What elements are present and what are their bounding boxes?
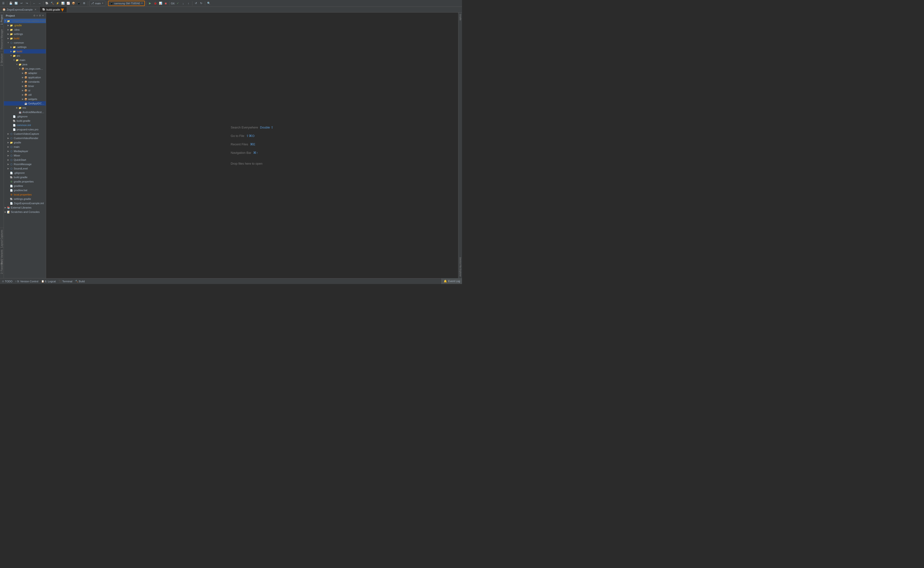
- tree-item-widgets[interactable]: ▶ 📦 widgets: [4, 97, 46, 101]
- tree-item-im-zego-common[interactable]: ▼ 📦 im.zego.common: [4, 66, 46, 71]
- toolbar-redo2[interactable]: ↻: [199, 1, 204, 6]
- side-label-favorites[interactable]: 2: Favorites: [0, 259, 4, 276]
- tree-item-zegoexpressexample-iml[interactable]: ▶ 📄 ZegoExpressExample.iml: [4, 201, 46, 205]
- logcat-icon: 📋: [41, 280, 44, 282]
- toolbar-sync[interactable]: 🔄: [14, 1, 18, 6]
- sidebar-content[interactable]: ▼ 📁 ZegoExpressExample ~/ZegoProject/zeg…: [4, 19, 46, 278]
- tree-item-build-root[interactable]: ▶ 📁 build: [4, 36, 46, 41]
- toolbar-gradle-sync[interactable]: 🐘: [45, 1, 50, 6]
- tree-item-scratches-consoles[interactable]: ▶ 📝 Scratches and Consoles: [4, 210, 46, 214]
- tab-close-buildgradle[interactable]: ✕: [61, 8, 64, 11]
- tree-item-main[interactable]: ▼ 📁 main: [4, 58, 46, 62]
- tree-item-soundlevel[interactable]: ▶ ⬡ SoundLevel: [4, 166, 46, 171]
- tree-item-common-settings[interactable]: ▶ 📁 .settings: [4, 45, 46, 49]
- git-update[interactable]: ↓: [181, 1, 186, 6]
- toolbar-apk[interactable]: 📦: [71, 1, 76, 6]
- tree-item-settings[interactable]: ▶ 📁 settings: [4, 32, 46, 36]
- tree-item-customvideorender[interactable]: ▶ ⬡ CustomVideoRender: [4, 136, 46, 140]
- branch-dropdown[interactable]: ⎇ main ▼: [89, 1, 106, 6]
- sidebar-gear-icon[interactable]: ⚙: [39, 14, 41, 17]
- toolbar-make[interactable]: 🔨: [50, 1, 55, 6]
- sidebar-settings-icon[interactable]: ⚙: [33, 14, 35, 17]
- tree-item-common[interactable]: ▼ ⬡ common: [4, 41, 46, 45]
- tree-arrow-idea: ▶: [7, 29, 10, 31]
- tree-item-build-gradle-common[interactable]: ▶ 🐘 build.gradle: [4, 119, 46, 123]
- tree-item-gradle-mod[interactable]: ▶ 📁 gradle: [4, 140, 46, 145]
- tree-item-timer[interactable]: ▶ 📦 timer: [4, 84, 46, 88]
- toolbar-forward[interactable]: →: [37, 1, 42, 6]
- tree-item-quickstart[interactable]: ▶ ⬡ QuickStart: [4, 158, 46, 162]
- toolbar-sdk[interactable]: ⚙: [82, 1, 86, 6]
- git-push[interactable]: ↑: [186, 1, 191, 6]
- tree-item-ui[interactable]: ▶ 📦 ui: [4, 88, 46, 92]
- tree-item-customvideocapture[interactable]: ▶ ⬡ CustomVideoCapture: [4, 131, 46, 136]
- side-label-resource-manager[interactable]: Resource Manager: [0, 27, 4, 51]
- toolbar-run[interactable]: ▶: [148, 1, 152, 6]
- tree-item-idea[interactable]: ▶ 📁 .idea: [4, 27, 46, 32]
- bottom-todo[interactable]: ⚠ TODO: [2, 280, 12, 283]
- tree-arrow-external-libraries: ▶: [4, 206, 7, 209]
- build-icon: 🔨: [75, 280, 78, 282]
- tree-item-local-properties[interactable]: ▶ ⚙ local.properties: [4, 192, 46, 197]
- tab-zegoexpressexample[interactable]: 🏠 ZegoExpressExample ✕: [0, 7, 40, 12]
- tree-item-gradlew-bat[interactable]: ▶ 📄 gradlew.bat: [4, 188, 46, 192]
- tree-item-gradle-properties[interactable]: ▶ ⚙ gradle.properties: [4, 179, 46, 184]
- tree-item-common-iml[interactable]: ▶ 📄 common.iml: [4, 123, 46, 127]
- tree-item-build-gradle-root[interactable]: ▶ 🐘 build.gradle: [4, 175, 46, 179]
- toolbar-avd[interactable]: 📱: [77, 1, 81, 6]
- toolbar-run-coverage[interactable]: 📊: [158, 1, 163, 6]
- tree-item-common-build[interactable]: ▶ 📁 build: [4, 49, 46, 53]
- tab-buildgradle[interactable]: 🐘 build.gradle ✕: [40, 7, 67, 12]
- tree-item-gradle[interactable]: ▶ 📁 .gradle: [4, 23, 46, 27]
- sidebar-layout-icon[interactable]: ≡: [36, 14, 38, 17]
- toolbar-save[interactable]: 💾: [8, 1, 13, 6]
- toolbar-stop[interactable]: ⏹: [163, 1, 168, 6]
- tree-item-root[interactable]: ▼ 📁 ZegoExpressExample ~/ZegoProject/zeg…: [4, 19, 46, 23]
- side-label-layout-captures[interactable]: Layout Captures: [0, 228, 4, 249]
- toolbar-search[interactable]: 🔍: [207, 1, 211, 6]
- toolbar-undo2[interactable]: ↺: [193, 1, 198, 6]
- tree-item-constants[interactable]: ▶ 📦 constants: [4, 80, 46, 84]
- toolbar-redo[interactable]: ↪: [24, 1, 29, 6]
- tree-item-gradlew[interactable]: ▶ 📄 gradlew: [4, 184, 46, 188]
- tree-item-mediaplayer[interactable]: ▶ ⬡ Mediaplayer: [4, 149, 46, 153]
- tree-item-gitignore-common[interactable]: ▶ 📄 .gitignore: [4, 114, 46, 119]
- toolbar-undo[interactable]: ↩: [19, 1, 24, 6]
- toolbar-back[interactable]: ←: [32, 1, 37, 6]
- tab-close-zegoexpressexample[interactable]: ✕: [34, 8, 37, 11]
- event-log-button[interactable]: 🔔 Event Log: [441, 278, 462, 284]
- right-label-gradle[interactable]: Gradle: [459, 13, 462, 21]
- tree-item-main-mod[interactable]: ▶ ⬡ main: [4, 145, 46, 149]
- bottom-terminal[interactable]: ⬛ Terminal: [59, 280, 72, 283]
- git-check[interactable]: ✓: [175, 1, 180, 6]
- device-dropdown[interactable]: 📱 samsung SM-T585N0 ▼: [108, 1, 145, 6]
- bottom-version-control[interactable]: ↕ 9: Version Control: [15, 280, 38, 283]
- tree-item-gitignore-root[interactable]: ▶ 📄 .gitignore: [4, 171, 46, 175]
- tree-item-res[interactable]: ▶ 📁 res: [4, 106, 46, 110]
- tree-item-androidmanifest[interactable]: ▶ 🤖 AndroidManifest.xml: [4, 110, 46, 114]
- toolbar-coverage[interactable]: 📊: [60, 1, 65, 6]
- toolbar-profile[interactable]: 📈: [66, 1, 71, 6]
- tree-item-proguard[interactable]: ▶ 📄 proguard-rules.pro: [4, 127, 46, 131]
- sidebar-close-icon[interactable]: ✕: [42, 14, 44, 17]
- right-label-device-file-explorer[interactable]: Device File Explorer: [459, 256, 462, 278]
- tree-item-roommessage[interactable]: ▶ ⬡ RoomMessage: [4, 162, 46, 166]
- tree-item-external-libraries[interactable]: ▶ 📚 External Libraries: [4, 205, 46, 210]
- bottom-build[interactable]: 🔨 Build: [75, 280, 85, 283]
- side-label-structure[interactable]: 2: Structure: [0, 51, 4, 68]
- toolbar-run-tests[interactable]: ⚡: [55, 1, 60, 6]
- toolbar-debug[interactable]: 🐞: [153, 1, 158, 6]
- bottom-logcat[interactable]: 📋 6: Logcat: [41, 280, 56, 283]
- tree-item-settings-gradle[interactable]: ▶ 🐘 settings.gradle: [4, 197, 46, 201]
- tree-item-adapter[interactable]: ▶ 📦 adapter: [4, 71, 46, 75]
- tree-item-application[interactable]: ▶ 📦 application: [4, 75, 46, 80]
- tree-item-java[interactable]: ▼ 📁 java: [4, 62, 46, 66]
- tree-arrow-common-build: ▶: [10, 50, 12, 53]
- side-label-project[interactable]: 1: Project: [0, 12, 4, 27]
- shortcut-navigation-bar: Navigation Bar ⌘↑: [231, 151, 258, 154]
- tree-item-mixer[interactable]: ▶ ⬡ Mixer: [4, 153, 46, 158]
- tree-item-src[interactable]: ▼ 📁 src: [4, 53, 46, 58]
- tree-item-getappidconfig[interactable]: ▶ ☕ GetAppIDConfig: [4, 101, 46, 106]
- tree-item-util[interactable]: ▶ 📦 util: [4, 92, 46, 97]
- toolbar-menu-file[interactable]: ☰: [1, 1, 6, 6]
